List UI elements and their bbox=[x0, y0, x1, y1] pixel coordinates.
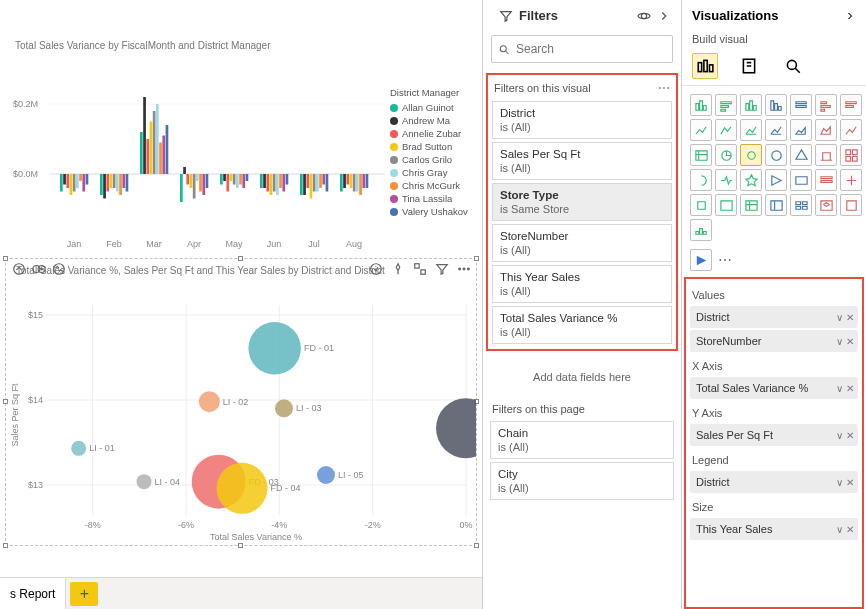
visual-type-icon[interactable] bbox=[765, 119, 787, 141]
visual-type-icon[interactable] bbox=[690, 194, 712, 216]
field-well[interactable]: Sales Per Sq Ft∨✕ bbox=[690, 424, 858, 446]
visual-type-icon[interactable] bbox=[765, 144, 787, 166]
visual-type-icon[interactable] bbox=[840, 119, 862, 141]
remove-field-icon[interactable]: ✕ bbox=[846, 477, 854, 488]
svg-text:-2%: -2% bbox=[365, 520, 381, 530]
build-visual-tab[interactable] bbox=[692, 53, 718, 79]
remove-field-icon[interactable]: ✕ bbox=[846, 383, 854, 394]
section-more-icon[interactable]: ⋯ bbox=[658, 81, 670, 95]
visual-type-icon[interactable] bbox=[790, 194, 812, 216]
visual-type-icon[interactable] bbox=[840, 94, 862, 116]
filter-card[interactable]: Chainis (All) bbox=[490, 421, 674, 459]
filter-card[interactable]: Store Typeis Same Store bbox=[492, 183, 672, 221]
chevron-down-icon[interactable]: ∨ bbox=[836, 383, 843, 394]
page-tab[interactable]: s Report bbox=[0, 578, 66, 610]
chevron-down-icon[interactable]: ∨ bbox=[836, 312, 843, 323]
svg-rect-75 bbox=[366, 174, 369, 188]
add-data-fields-prompt[interactable]: Add data fields here bbox=[483, 355, 681, 399]
svg-text:LI - 02: LI - 02 bbox=[223, 397, 249, 407]
chevron-down-icon[interactable]: ∨ bbox=[836, 430, 843, 441]
expand-all-icon[interactable] bbox=[52, 262, 66, 276]
bucket-legend-label: Legend bbox=[690, 448, 858, 469]
visual-type-icon[interactable] bbox=[740, 119, 762, 141]
visual-type-icon[interactable] bbox=[840, 194, 862, 216]
visual-type-icon[interactable] bbox=[790, 94, 812, 116]
visual-type-icon[interactable] bbox=[815, 144, 837, 166]
legend-item: Andrew Ma bbox=[402, 115, 450, 126]
filter-card[interactable]: Cityis (All) bbox=[490, 462, 674, 500]
filter-search[interactable] bbox=[491, 35, 673, 63]
visual-type-icon[interactable] bbox=[740, 144, 762, 166]
field-well[interactable]: District∨✕ bbox=[690, 471, 858, 493]
bucket-size-label: Size bbox=[690, 495, 858, 516]
visual-type-icon[interactable] bbox=[765, 169, 787, 191]
visual-type-icon[interactable] bbox=[790, 144, 812, 166]
collapse-pane-icon[interactable] bbox=[844, 10, 856, 22]
field-well[interactable]: District∨✕ bbox=[690, 306, 858, 328]
chevron-down-icon[interactable]: ∨ bbox=[836, 336, 843, 347]
chevron-down-icon[interactable]: ∨ bbox=[836, 524, 843, 535]
bar-chart-visual[interactable]: Total Sales Variance by FiscalMonth and … bbox=[5, 32, 477, 252]
svg-point-126 bbox=[137, 474, 152, 489]
copy-icon[interactable] bbox=[369, 262, 383, 276]
scatter-chart-visual[interactable]: Total Sales Variance %, Sales Per Sq Ft … bbox=[5, 258, 477, 546]
report-canvas[interactable]: Total Sales Variance by FiscalMonth and … bbox=[0, 0, 482, 609]
power-automate-visual[interactable] bbox=[690, 249, 712, 271]
visual-type-icon[interactable] bbox=[690, 144, 712, 166]
svg-text:Feb: Feb bbox=[106, 239, 122, 249]
visual-type-icon[interactable] bbox=[690, 119, 712, 141]
visual-type-icon[interactable] bbox=[765, 194, 787, 216]
visual-type-icon[interactable] bbox=[840, 169, 862, 191]
visual-type-icon[interactable] bbox=[815, 94, 837, 116]
visual-type-icon[interactable] bbox=[815, 169, 837, 191]
analytics-tab[interactable] bbox=[780, 53, 806, 79]
svg-rect-89 bbox=[415, 264, 419, 268]
visual-type-icon[interactable] bbox=[790, 169, 812, 191]
chevron-down-icon[interactable]: ∨ bbox=[836, 477, 843, 488]
field-well[interactable]: Total Sales Variance %∨✕ bbox=[690, 377, 858, 399]
visual-type-icon[interactable] bbox=[815, 194, 837, 216]
visual-type-icon[interactable] bbox=[740, 194, 762, 216]
filter-search-input[interactable] bbox=[516, 42, 666, 56]
visual-type-icon[interactable] bbox=[840, 144, 862, 166]
visual-type-icon[interactable] bbox=[690, 94, 712, 116]
filter-card[interactable]: StoreNumberis (All) bbox=[492, 224, 672, 262]
visual-type-icon[interactable] bbox=[740, 169, 762, 191]
remove-field-icon[interactable]: ✕ bbox=[846, 336, 854, 347]
svg-rect-63 bbox=[316, 174, 319, 192]
svg-point-91 bbox=[459, 268, 461, 270]
collapse-pane-icon[interactable] bbox=[657, 9, 671, 23]
visual-type-icon[interactable] bbox=[715, 194, 737, 216]
field-well[interactable]: This Year Sales∨✕ bbox=[690, 518, 858, 540]
drill-up-icon[interactable] bbox=[12, 262, 26, 276]
visual-type-icon[interactable] bbox=[715, 144, 737, 166]
focus-mode-icon[interactable] bbox=[413, 262, 427, 276]
svg-rect-57 bbox=[286, 174, 289, 185]
visual-type-icon[interactable] bbox=[790, 119, 812, 141]
more-options-icon[interactable] bbox=[457, 262, 471, 276]
remove-field-icon[interactable]: ✕ bbox=[846, 430, 854, 441]
visual-type-icon[interactable] bbox=[815, 119, 837, 141]
visual-type-icon[interactable] bbox=[715, 94, 737, 116]
filter-card[interactable]: This Year Salesis (All) bbox=[492, 265, 672, 303]
visual-type-icon[interactable] bbox=[715, 169, 737, 191]
format-visual-tab[interactable] bbox=[736, 53, 762, 79]
filter-card[interactable]: Total Sales Variance %is (All) bbox=[492, 306, 672, 344]
visual-type-icon[interactable] bbox=[765, 94, 787, 116]
visual-type-icon[interactable] bbox=[715, 119, 737, 141]
field-well[interactable]: StoreNumber∨✕ bbox=[690, 330, 858, 352]
visual-type-icon[interactable] bbox=[740, 94, 762, 116]
drill-down-icon[interactable] bbox=[32, 262, 46, 276]
remove-field-icon[interactable]: ✕ bbox=[846, 312, 854, 323]
visual-type-icon[interactable] bbox=[690, 219, 712, 241]
visual-type-icon[interactable] bbox=[690, 169, 712, 191]
svg-point-137 bbox=[787, 60, 796, 69]
filter-icon[interactable] bbox=[435, 262, 449, 276]
filter-card[interactable]: Districtis (All) bbox=[492, 101, 672, 139]
pin-icon[interactable] bbox=[391, 262, 405, 276]
show-filters-icon[interactable] bbox=[637, 9, 651, 23]
add-page-button[interactable]: + bbox=[70, 582, 98, 606]
more-visuals-icon[interactable]: ⋯ bbox=[718, 252, 732, 268]
remove-field-icon[interactable]: ✕ bbox=[846, 524, 854, 535]
filter-card[interactable]: Sales Per Sq Ftis (All) bbox=[492, 142, 672, 180]
